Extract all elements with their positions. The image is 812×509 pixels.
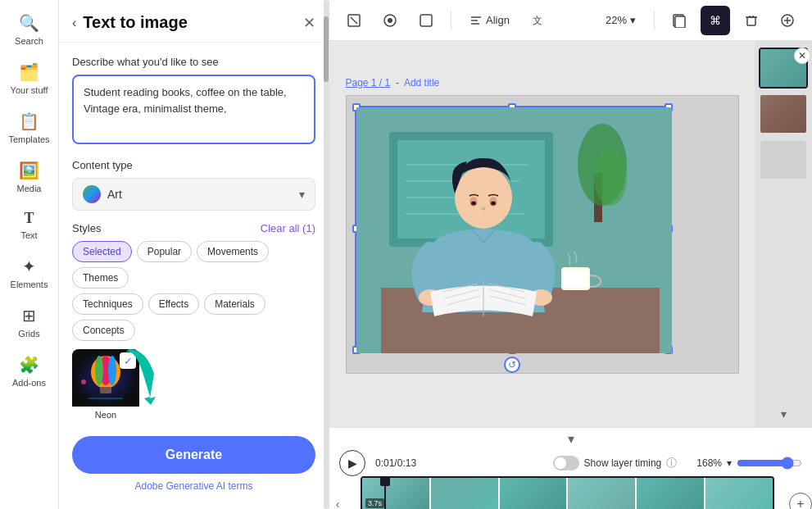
svg-point-38 <box>594 148 627 206</box>
prompt-textarea[interactable]: Student reading books, coffee on the tab… <box>72 75 315 144</box>
svg-point-7 <box>81 379 86 384</box>
toggle-knob <box>555 457 566 469</box>
layer-timing-toggle-area: Show layer timing ⓘ <box>553 456 678 470</box>
play-button[interactable]: ▶ <box>339 450 365 476</box>
timeline-controls: ▶ 0:01/0:13 Show layer timing ⓘ 168% ▾ <box>329 450 812 476</box>
timeline-area: ▾ ▶ 0:01/0:13 Show layer timing ⓘ 168% ▾… <box>329 427 812 509</box>
student-image-svg <box>356 107 672 353</box>
search-icon: 🔍 <box>19 13 39 33</box>
sidebar-item-label: Search <box>15 36 43 46</box>
playhead-head <box>380 476 390 486</box>
content-type-dropdown[interactable]: Art ▾ <box>72 178 315 211</box>
selection-frame[interactable]: ↺ <box>355 106 670 352</box>
crop-icon <box>347 13 361 28</box>
info-icon[interactable]: ⓘ <box>666 456 677 470</box>
style-grid: ✓ Neon <box>72 349 315 423</box>
tag-materials[interactable]: Materials <box>204 293 265 315</box>
frame-icon <box>419 13 433 28</box>
svg-text:⌘: ⌘ <box>710 14 721 27</box>
chevron-down-icon: ▾ <box>299 188 305 201</box>
top-toolbar: Align 文 22% ▾ ⌘ <box>329 0 812 41</box>
add-page-button[interactable] <box>773 6 802 35</box>
frame-1: 3.7s <box>362 478 429 509</box>
back-button[interactable]: ‹ <box>72 16 76 30</box>
timeline-zoom-slider[interactable] <box>737 457 802 470</box>
sidebar-item-your-stuff[interactable]: 🗂️ Your stuff <box>3 56 56 102</box>
svg-point-12 <box>388 18 392 23</box>
sidebar-item-label: Elements <box>11 279 48 289</box>
playhead-marker[interactable] <box>380 476 390 509</box>
sidebar-item-label: Add-ons <box>12 378 46 388</box>
tag-selected[interactable]: Selected <box>72 241 132 262</box>
total-time: 0:13 <box>397 457 416 469</box>
zoom-control[interactable]: 22% ▾ <box>597 9 644 31</box>
clear-all-button[interactable]: Clear all (1) <box>261 222 315 234</box>
timeline-frames: 3.7s <box>361 476 774 509</box>
sidebar-item-text[interactable]: T Text <box>3 203 56 247</box>
effects-tool-button[interactable] <box>375 6 405 35</box>
canvas-page[interactable]: ↺ <box>346 95 739 374</box>
folder-icon: 🗂️ <box>19 62 39 82</box>
frame-tool-button[interactable] <box>411 6 441 35</box>
timeline-nav-left[interactable]: ‹ <box>329 496 346 510</box>
timeline-zoom-dropdown[interactable]: ▾ <box>727 457 732 469</box>
timeline-collapse-button[interactable]: ▾ <box>329 428 812 450</box>
panel-content: Describe what you'd like to see Student … <box>59 43 329 509</box>
delete-button[interactable] <box>737 6 766 35</box>
sidebar-item-templates[interactable]: 📋 Templates <box>3 105 56 151</box>
ai-terms-link[interactable]: Adobe Generative AI terms <box>72 480 315 492</box>
tag-effects[interactable]: Effects <box>148 293 199 315</box>
svg-rect-22 <box>747 17 755 25</box>
sidebar-item-label: Grids <box>18 329 39 339</box>
left-sidebar: 🔍 Search 🗂️ Your stuff 📋 Templates 🖼️ Me… <box>0 0 59 509</box>
addons-icon: 🧩 <box>19 355 39 375</box>
svg-rect-5 <box>100 387 111 393</box>
svg-text:文: 文 <box>533 15 542 26</box>
timeline-strip: 3.7s ‹ <box>361 476 774 509</box>
close-preview-button[interactable]: ✕ <box>794 48 810 64</box>
time-display: 0:01/0:13 <box>375 457 416 469</box>
sidebar-item-search[interactable]: 🔍 Search <box>3 7 56 52</box>
frame-4 <box>568 478 635 509</box>
panel-scrollbar[interactable] <box>324 0 329 509</box>
text-to-image-panel: ‹ Text to image ✕ Describe what you'd li… <box>59 0 329 509</box>
thumbnail-2[interactable] <box>759 93 808 134</box>
tag-techniques[interactable]: Techniques <box>72 293 143 315</box>
toolbar-separator <box>451 11 451 30</box>
svg-rect-20 <box>675 16 685 28</box>
tags-row-1: Selected Popular Movements Themes <box>72 241 315 289</box>
translate-button[interactable]: 文 <box>524 6 554 35</box>
canvas-area: Page 1 / 1 - Add title <box>329 41 812 427</box>
crop-tool-button[interactable] <box>339 6 369 35</box>
sidebar-item-label: Text <box>20 230 37 240</box>
pages-button[interactable] <box>665 6 694 35</box>
tag-themes[interactable]: Themes <box>72 267 129 289</box>
sidebar-item-addons[interactable]: 🧩 Add-ons <box>3 348 56 394</box>
grid-active-button[interactable]: ⌘ <box>701 6 730 35</box>
layer-timing-toggle[interactable] <box>553 456 579 470</box>
panel-scrollbar-thumb[interactable] <box>324 16 329 82</box>
styles-header: Styles Clear all (1) <box>72 222 315 234</box>
elements-icon: ✦ <box>22 257 36 276</box>
tag-popular[interactable]: Popular <box>137 241 192 262</box>
add-frame-button[interactable]: + <box>789 493 812 510</box>
sidebar-item-elements[interactable]: ✦ Elements <box>3 250 56 296</box>
collapse-thumbnails-button[interactable]: ▾ <box>781 407 787 420</box>
generate-button[interactable]: Generate <box>72 436 315 474</box>
svg-point-3 <box>95 356 103 385</box>
tag-movements[interactable]: Movements <box>197 241 269 262</box>
tag-concepts[interactable]: Concepts <box>72 320 135 341</box>
frame-2 <box>431 478 498 509</box>
add-title-link[interactable]: Add title <box>404 77 439 89</box>
align-button[interactable]: Align <box>461 9 518 32</box>
grids-icon: ⊞ <box>22 306 36 325</box>
thumbnail-3[interactable] <box>759 139 808 180</box>
grid-icon: ⌘ <box>708 13 723 28</box>
right-thumbnails: ✕ ▾ <box>755 41 812 427</box>
rotate-handle[interactable]: ↺ <box>504 357 520 373</box>
sidebar-item-media[interactable]: 🖼️ Media <box>3 154 56 200</box>
svg-point-4 <box>108 356 116 385</box>
close-button[interactable]: ✕ <box>303 14 315 32</box>
sidebar-item-grids[interactable]: ⊞ Grids <box>3 299 56 345</box>
style-section: ✓ Neon <box>72 349 315 423</box>
